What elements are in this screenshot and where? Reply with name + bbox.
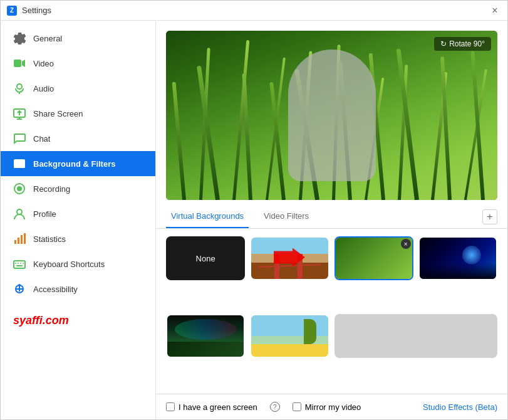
sidebar-item-keyboard[interactable]: Keyboard Shortcuts <box>1 251 155 276</box>
watermark: syaffi.com <box>1 302 155 340</box>
background-golden-gate[interactable] <box>250 236 329 280</box>
person-silhouette <box>288 50 376 181</box>
sidebar-item-chat[interactable]: Chat <box>1 126 155 151</box>
video-label: Video <box>33 59 54 68</box>
mirror-video-checkbox[interactable] <box>293 402 301 411</box>
background-aurora[interactable] <box>166 314 245 358</box>
svg-rect-13 <box>14 240 16 244</box>
window-title: Settings <box>22 6 51 15</box>
green-screen-help-icon[interactable]: ? <box>270 402 280 412</box>
share-screen-icon <box>13 107 26 120</box>
statistics-icon <box>13 233 26 245</box>
sidebar: General Video Audio Share Screen <box>1 21 156 419</box>
keyboard-label: Keyboard Shortcuts <box>33 260 105 269</box>
green-screen-checkbox[interactable] <box>166 402 175 411</box>
rotate-button[interactable]: ↻ Rotate 90° <box>434 37 491 51</box>
close-button[interactable]: × <box>489 4 501 17</box>
forward-arrow-overlay <box>274 248 305 269</box>
profile-label: Profile <box>33 209 56 219</box>
share-screen-label: Share Screen <box>33 109 83 118</box>
sidebar-item-audio[interactable]: Audio <box>1 76 155 101</box>
sidebar-item-recording[interactable]: Recording <box>1 176 155 201</box>
svg-rect-15 <box>21 235 23 244</box>
svg-rect-17 <box>14 261 25 268</box>
video-icon <box>13 57 26 70</box>
statistics-label: Statistics <box>33 234 66 244</box>
content-area: General Video Audio Share Screen <box>1 21 507 419</box>
background-grass[interactable]: × <box>334 236 413 280</box>
svg-point-11 <box>17 186 22 191</box>
tab-video-filters[interactable]: Video Filters <box>259 205 314 228</box>
mirror-video-option[interactable]: Mirror my video <box>293 402 361 412</box>
green-screen-option[interactable]: I have a green screen <box>166 402 257 412</box>
preview-background <box>166 31 497 200</box>
recording-icon <box>13 182 26 195</box>
sidebar-item-profile[interactable]: Profile <box>1 201 155 226</box>
svg-rect-14 <box>18 238 19 244</box>
background-space[interactable] <box>418 236 497 280</box>
title-bar-left: Z Settings <box>7 6 51 16</box>
keyboard-icon <box>13 258 26 270</box>
sidebar-item-accessibility[interactable]: Accessibility <box>1 276 155 302</box>
recording-label: Recording <box>33 184 70 194</box>
preview-area: ↻ Rotate 90° <box>166 31 497 200</box>
svg-point-12 <box>17 209 22 214</box>
sidebar-item-background[interactable]: Background & Filters <box>1 151 155 176</box>
tabs-bar: Virtual Backgrounds Video Filters + <box>156 205 507 229</box>
general-label: General <box>33 34 62 43</box>
title-bar: Z Settings × <box>1 1 507 21</box>
sidebar-item-statistics[interactable]: Statistics <box>1 226 155 251</box>
background-placeholder[interactable] <box>334 314 498 358</box>
gear-icon <box>13 32 26 45</box>
sidebar-item-general[interactable]: General <box>1 26 155 51</box>
audio-icon <box>13 82 26 95</box>
svg-marker-27 <box>274 248 305 267</box>
svg-marker-1 <box>22 60 25 67</box>
green-screen-label: I have a green screen <box>179 402 257 412</box>
add-background-button[interactable]: + <box>482 209 497 224</box>
mirror-video-label: Mirror my video <box>305 402 361 412</box>
svg-point-2 <box>17 84 22 89</box>
sidebar-item-share-screen[interactable]: Share Screen <box>1 101 155 126</box>
svg-point-9 <box>16 161 18 164</box>
settings-window: Z Settings × General Video <box>0 0 508 420</box>
rotate-icon: ↻ <box>440 39 447 48</box>
background-label: Background & Filters <box>33 159 115 169</box>
studio-effects-link[interactable]: Studio Effects (Beta) <box>423 402 497 412</box>
profile-icon <box>13 207 26 220</box>
backgrounds-grid: None <box>156 229 507 394</box>
app-icon: Z <box>7 6 17 16</box>
chat-label: Chat <box>33 134 50 144</box>
audio-label: Audio <box>33 84 54 93</box>
svg-rect-0 <box>14 60 21 67</box>
main-panel: ↻ Rotate 90° Virtual Backgrounds Video F… <box>156 21 507 419</box>
tab-virtual-backgrounds[interactable]: Virtual Backgrounds <box>166 205 249 228</box>
accessibility-label: Accessibility <box>33 285 78 294</box>
chat-icon <box>13 132 26 145</box>
background-beach[interactable] <box>250 314 329 358</box>
background-none[interactable]: None <box>166 236 245 280</box>
sidebar-item-video[interactable]: Video <box>1 51 155 76</box>
accessibility-icon <box>13 283 26 295</box>
footer: I have a green screen ? Mirror my video … <box>156 394 507 419</box>
background-delete-button[interactable]: × <box>401 239 411 249</box>
background-icon <box>13 157 26 170</box>
svg-rect-16 <box>24 233 26 244</box>
